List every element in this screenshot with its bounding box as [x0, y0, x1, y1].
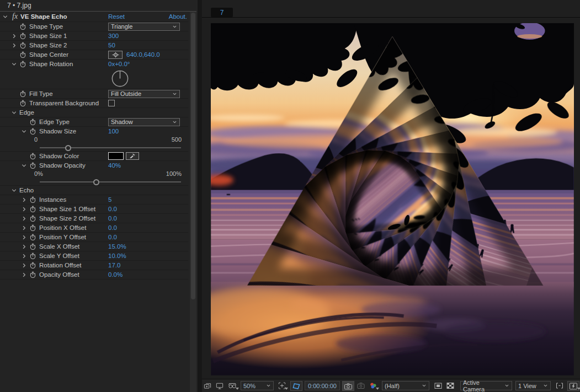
viewer-content-area[interactable]: [202, 18, 580, 379]
stopwatch-icon[interactable]: [29, 162, 36, 169]
dropdown-value: Triangle: [111, 23, 132, 30]
stopwatch-icon[interactable]: [19, 90, 26, 98]
effect-controls-tab-title[interactable]: 7 • 7.jpg: [7, 2, 31, 9]
scale-x-offset-value[interactable]: 15.0%: [108, 243, 126, 250]
expander-icon[interactable]: [11, 42, 19, 49]
edge-type-dropdown[interactable]: Shadow: [108, 118, 180, 126]
scrollbar-thumb[interactable]: [191, 13, 195, 299]
stopwatch-icon[interactable]: [29, 234, 36, 241]
collapse-icon[interactable]: [21, 128, 29, 135]
slider-knob[interactable]: [65, 145, 71, 151]
collapse-icon[interactable]: [21, 162, 29, 169]
panel-divider[interactable]: [198, 0, 202, 392]
shape-type-dropdown[interactable]: Triangle: [108, 23, 180, 31]
show-channel-icon[interactable]: [369, 381, 377, 390]
eyedropper-button[interactable]: [126, 152, 139, 160]
shadow-opacity-value[interactable]: 40%: [108, 162, 121, 169]
stopwatch-icon[interactable]: [29, 196, 36, 203]
expander-icon[interactable]: [21, 271, 29, 278]
shape-size-2-offset-value[interactable]: 0.0: [108, 215, 117, 222]
stopwatch-icon[interactable]: [29, 128, 36, 135]
shape-size-1-offset-value[interactable]: 0.0: [108, 206, 117, 212]
magnification-select[interactable]: 50%: [241, 381, 274, 390]
param-label: Shape Rotation: [29, 61, 73, 67]
region-of-interest-icon[interactable]: [434, 381, 443, 390]
snapshot-camera-button[interactable]: [342, 381, 354, 391]
rotation-offset-value[interactable]: 17.0: [108, 262, 120, 269]
stopwatch-icon[interactable]: [29, 206, 36, 213]
stopwatch-icon[interactable]: [19, 42, 26, 49]
viewer-tab[interactable]: 7: [211, 8, 233, 17]
position-x-offset-value[interactable]: 0.0: [108, 224, 117, 231]
stopwatch-icon[interactable]: [29, 253, 36, 260]
reset-link[interactable]: Reset: [108, 13, 125, 20]
effect-controls-tabbar[interactable]: 7 • 7.jpg: [0, 0, 196, 12]
slider-track[interactable]: [40, 147, 181, 148]
shape-rotation-value[interactable]: 0x+0.0°: [108, 61, 130, 67]
fast-previews-button[interactable]: [567, 381, 579, 391]
expander-icon[interactable]: [21, 234, 29, 240]
expander-icon[interactable]: [21, 262, 29, 269]
point-picker-button[interactable]: [108, 51, 123, 59]
position-y-offset-value[interactable]: 0.0: [108, 234, 117, 240]
slider-knob[interactable]: [93, 179, 99, 185]
expander-icon[interactable]: [21, 206, 29, 212]
stopwatch-icon[interactable]: [29, 215, 36, 222]
stereo-3d-icon[interactable]: [227, 381, 237, 390]
stopwatch-icon[interactable]: [19, 100, 26, 107]
transparent-background-checkbox[interactable]: [108, 100, 115, 106]
stopwatch-icon[interactable]: [29, 243, 36, 250]
pixel-aspect-icon[interactable]: [555, 381, 564, 390]
slider-track[interactable]: [40, 181, 181, 182]
scale-y-offset-value[interactable]: 10.0%: [108, 253, 126, 259]
shape-size-2-value[interactable]: 50: [108, 42, 115, 49]
fx-badge-icon[interactable]: fx: [12, 13, 18, 20]
mask-visibility-button[interactable]: [290, 381, 302, 391]
always-preview-icon[interactable]: [203, 381, 212, 390]
stopwatch-icon[interactable]: [29, 262, 36, 269]
expander-icon[interactable]: [21, 196, 29, 203]
shadow-color-swatch[interactable]: [108, 152, 124, 160]
stopwatch-icon[interactable]: [19, 51, 26, 58]
shape-size-1-value[interactable]: 300: [108, 33, 119, 39]
grid-guides-icon[interactable]: [278, 381, 286, 390]
effect-parameter-list: fx VE Shape Echo Reset About. Shape Type…: [0, 12, 188, 288]
stopwatch-icon[interactable]: [29, 153, 36, 160]
stopwatch-icon[interactable]: [19, 33, 26, 40]
view-layout-select[interactable]: 1 View: [515, 381, 551, 390]
param-label: Shape Size 1: [29, 33, 67, 39]
transparency-grid-icon[interactable]: [446, 381, 455, 390]
primary-viewer-icon[interactable]: [215, 381, 224, 390]
rotation-dial[interactable]: [110, 69, 130, 88]
expander-icon[interactable]: [21, 253, 29, 259]
stopwatch-icon[interactable]: [19, 23, 26, 30]
stopwatch-icon[interactable]: [19, 61, 26, 68]
camera-select[interactable]: Active Camera: [460, 381, 512, 390]
collapse-effect-icon[interactable]: [2, 13, 10, 20]
expander-icon[interactable]: [21, 215, 29, 222]
collapse-icon[interactable]: [11, 109, 19, 116]
expander-icon[interactable]: [21, 243, 29, 250]
expander-icon[interactable]: [21, 224, 29, 231]
param-row-shape-rotation: Shape Rotation 0x+0.0°: [0, 59, 188, 68]
opacity-offset-value[interactable]: 0.0%: [108, 271, 123, 278]
chevron-down-icon: [172, 24, 177, 29]
stopwatch-icon[interactable]: [29, 224, 36, 232]
composition-image[interactable]: [211, 23, 574, 375]
stopwatch-icon[interactable]: [29, 271, 36, 278]
resolution-select[interactable]: (Half): [382, 381, 429, 390]
instances-value[interactable]: 5: [108, 196, 111, 203]
stopwatch-icon[interactable]: [29, 119, 36, 126]
panel-scrollbar[interactable]: [190, 12, 196, 392]
shadow-size-slider[interactable]: [0, 144, 188, 151]
collapse-icon[interactable]: [11, 61, 19, 67]
expander-icon[interactable]: [11, 33, 19, 39]
about-link[interactable]: About.: [169, 13, 187, 20]
shadow-size-value[interactable]: 100: [108, 128, 119, 135]
show-snapshot-icon[interactable]: [356, 381, 365, 390]
shadow-opacity-slider[interactable]: [0, 178, 188, 185]
fill-type-dropdown[interactable]: Fill Outside: [108, 90, 180, 98]
collapse-icon[interactable]: [11, 187, 19, 194]
current-time-field[interactable]: 0:00:00:00: [305, 381, 340, 390]
shape-center-value[interactable]: 640.0,640.0: [126, 51, 160, 58]
